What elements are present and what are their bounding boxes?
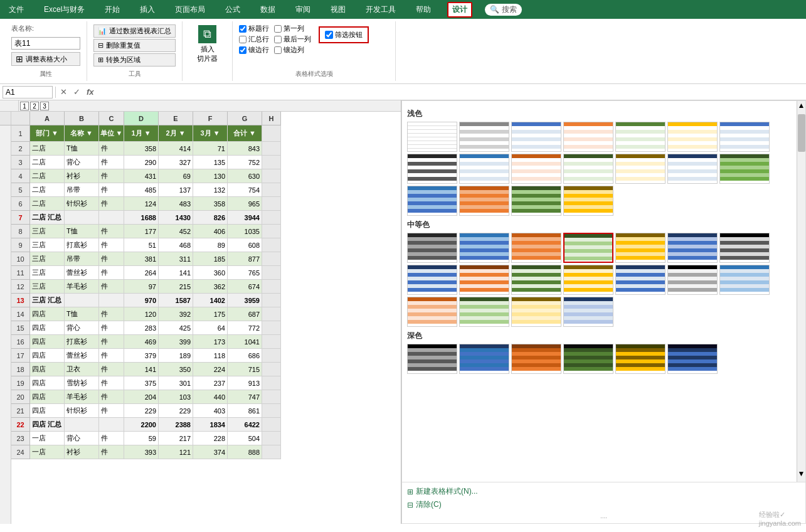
cell-D20[interactable]: 204 xyxy=(124,390,159,404)
cell-G5[interactable]: 754 xyxy=(228,183,262,197)
row-num-3[interactable]: 3 xyxy=(11,156,30,169)
style-thumb[interactable] xyxy=(511,265,561,295)
cell-F23[interactable]: 228 xyxy=(193,432,228,445)
cell-G12[interactable]: 674 xyxy=(228,280,262,294)
ribbon-review[interactable]: 审阅 xyxy=(292,3,314,16)
style-thumb[interactable] xyxy=(511,297,561,327)
cell-F8[interactable]: 406 xyxy=(193,225,228,238)
style-thumb[interactable] xyxy=(459,122,509,152)
row-num-13[interactable]: 13 xyxy=(11,294,30,307)
cell-A13[interactable]: 三店 汇总 xyxy=(30,294,65,307)
outline-num-3[interactable]: 3 xyxy=(40,102,49,110)
cell-C15[interactable]: 件 xyxy=(99,321,124,335)
cell-B3[interactable]: 背心 xyxy=(65,156,99,169)
cell-D1[interactable]: 1月 ▼ xyxy=(124,125,159,142)
cell-F1[interactable]: 3月 ▼ xyxy=(193,125,228,142)
cell-A23[interactable]: 一店 xyxy=(30,432,65,445)
cell-D5[interactable]: 485 xyxy=(124,183,159,197)
row-num-15[interactable]: 15 xyxy=(11,321,30,335)
cell-E22[interactable]: 2388 xyxy=(159,418,193,432)
cell-A8[interactable]: 三店 xyxy=(30,225,65,238)
header-row-checkbox[interactable] xyxy=(239,25,247,33)
cell-B2[interactable]: T恤 xyxy=(65,142,99,156)
cell-A10[interactable]: 三店 xyxy=(30,252,65,266)
cell-B18[interactable]: 卫衣 xyxy=(65,363,99,376)
cell-G7[interactable]: 3944 xyxy=(228,211,262,225)
cell-D8[interactable]: 177 xyxy=(124,225,159,238)
ribbon-page-layout[interactable]: 页面布局 xyxy=(171,3,209,16)
style-thumb[interactable] xyxy=(407,297,457,327)
ribbon-formula[interactable]: 公式 xyxy=(221,3,244,16)
cell-D4[interactable]: 431 xyxy=(124,169,159,183)
cell-A15[interactable]: 四店 xyxy=(30,321,65,335)
cell-A7[interactable]: 二店 汇总 xyxy=(30,211,65,225)
row-num-7[interactable]: 7 xyxy=(11,211,30,225)
table-name-input[interactable] xyxy=(11,37,80,50)
cell-B10[interactable]: 吊带 xyxy=(65,252,99,266)
cell-F4[interactable]: 130 xyxy=(193,169,228,183)
cell-F13[interactable]: 1402 xyxy=(193,294,228,307)
cell-F11[interactable]: 360 xyxy=(193,266,228,280)
row-num-23[interactable]: 23 xyxy=(11,432,30,445)
cell-D21[interactable]: 229 xyxy=(124,404,159,418)
ribbon-design[interactable]: 设计 xyxy=(447,2,472,18)
cell-C23[interactable]: 件 xyxy=(99,432,124,445)
cell-G2[interactable]: 843 xyxy=(228,142,262,156)
ribbon-developer[interactable]: 开发工具 xyxy=(362,3,400,16)
cell-A22[interactable]: 四店 汇总 xyxy=(30,418,65,432)
cell-C21[interactable]: 件 xyxy=(99,404,124,418)
style-thumb[interactable] xyxy=(407,154,457,184)
cell-C24[interactable]: 件 xyxy=(99,445,124,459)
row-num-1[interactable]: 1 xyxy=(11,125,30,142)
style-panel-scrollbar[interactable]: ▲ ▼ xyxy=(797,101,805,482)
outline-num-2[interactable]: 2 xyxy=(30,102,39,110)
style-thumb[interactable] xyxy=(615,344,665,374)
cell-G23[interactable]: 504 xyxy=(228,432,262,445)
first-col-checkbox-label[interactable]: 第一列 xyxy=(274,24,311,33)
cell-E6[interactable]: 483 xyxy=(159,197,193,211)
formula-input[interactable] xyxy=(98,88,803,97)
col-header-B[interactable]: B xyxy=(65,112,99,125)
style-thumb[interactable] xyxy=(459,344,509,374)
cell-E17[interactable]: 189 xyxy=(159,349,193,363)
cell-C10[interactable]: 件 xyxy=(99,252,124,266)
row-num-9[interactable]: 9 xyxy=(11,238,30,252)
cell-D2[interactable]: 358 xyxy=(124,142,159,156)
cell-F6[interactable]: 358 xyxy=(193,197,228,211)
style-thumb[interactable] xyxy=(407,122,457,152)
cell-F7[interactable]: 826 xyxy=(193,211,228,225)
ribbon-excel-finance[interactable]: Excel与财务 xyxy=(40,3,88,16)
cell-G18[interactable]: 715 xyxy=(228,363,262,376)
cell-F14[interactable]: 175 xyxy=(193,307,228,321)
cell-E2[interactable]: 414 xyxy=(159,142,193,156)
ribbon-help[interactable]: 帮助 xyxy=(412,3,435,16)
style-thumb[interactable] xyxy=(667,122,718,152)
cell-E19[interactable]: 301 xyxy=(159,376,193,390)
total-row-checkbox[interactable] xyxy=(239,36,247,43)
clear-link[interactable]: ⊟ 清除(C) xyxy=(407,499,800,510)
cell-D12[interactable]: 97 xyxy=(124,280,159,294)
cell-F2[interactable]: 71 xyxy=(193,142,228,156)
cell-B12[interactable]: 羊毛衫 xyxy=(65,280,99,294)
outline-num-1[interactable]: 1 xyxy=(20,102,29,110)
cell-D19[interactable]: 375 xyxy=(124,376,159,390)
cell-D10[interactable]: 381 xyxy=(124,252,159,266)
cell-G19[interactable]: 913 xyxy=(228,376,262,390)
cell-B5[interactable]: 吊带 xyxy=(65,183,99,197)
scrollbar-down[interactable]: ▼ xyxy=(797,469,805,482)
cell-E18[interactable]: 350 xyxy=(159,363,193,376)
style-thumb[interactable] xyxy=(667,154,718,184)
style-panel-inner[interactable]: 浅色 中等色 深色 xyxy=(402,101,797,482)
remove-duplicates-button[interactable]: ⊟ 删除重复值 xyxy=(93,39,176,52)
style-thumb[interactable] xyxy=(563,154,613,184)
last-col-checkbox[interactable] xyxy=(274,36,282,43)
cell-D16[interactable]: 469 xyxy=(124,335,159,349)
cell-C20[interactable]: 件 xyxy=(99,390,124,404)
row-num-20[interactable]: 20 xyxy=(11,390,30,404)
style-thumb[interactable] xyxy=(511,186,561,216)
convert-to-range-button[interactable]: ⊞ 转换为区域 xyxy=(93,53,176,66)
cell-E24[interactable]: 121 xyxy=(159,445,193,459)
row-num-22[interactable]: 22 xyxy=(11,418,30,432)
cell-A19[interactable]: 四店 xyxy=(30,376,65,390)
cell-A3[interactable]: 二店 xyxy=(30,156,65,169)
